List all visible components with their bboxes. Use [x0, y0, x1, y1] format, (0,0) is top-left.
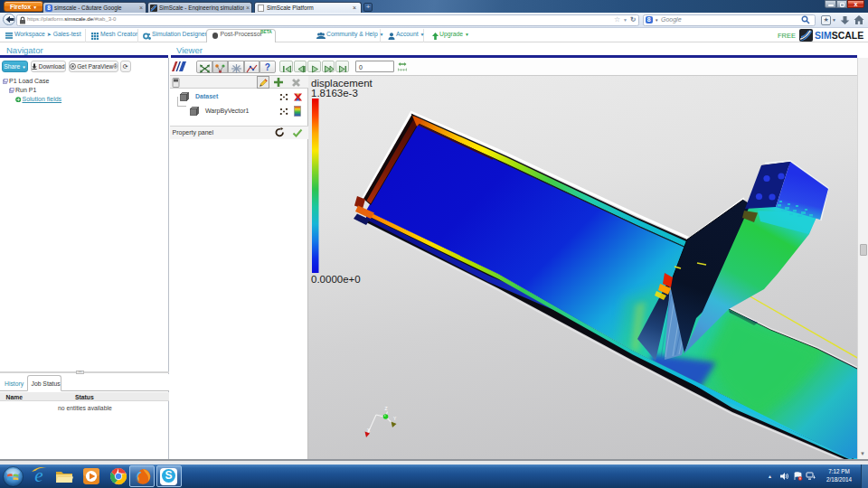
svg-text:Z: Z — [385, 406, 388, 411]
svg-text:displacement: displacement — [311, 78, 373, 89]
svg-text:0.0000e+0: 0.0000e+0 — [311, 274, 361, 285]
svg-text:1.8163e-3: 1.8163e-3 — [311, 88, 358, 99]
svg-text:Y: Y — [393, 416, 397, 421]
